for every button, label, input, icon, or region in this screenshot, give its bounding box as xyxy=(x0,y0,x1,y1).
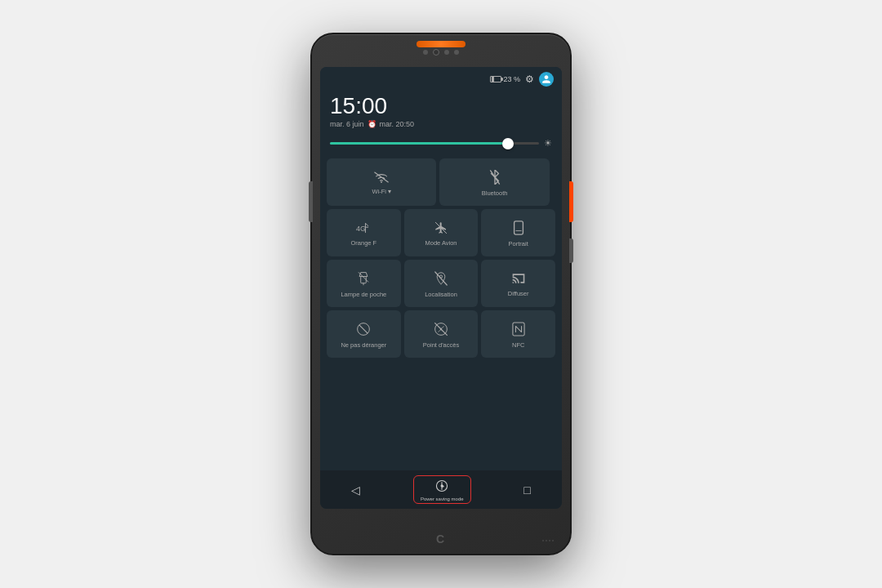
battery-icon xyxy=(490,76,501,82)
svg-line-10 xyxy=(435,272,447,285)
tile-wifi[interactable]: Wi-Fi ▾ xyxy=(327,158,436,206)
sensor-dot2 xyxy=(444,50,449,55)
brightness-slider[interactable] xyxy=(330,142,539,145)
svg-point-0 xyxy=(381,181,382,183)
sensor-dot xyxy=(423,50,428,55)
cast-label: Diffuser xyxy=(508,290,529,297)
sensor-dot3 xyxy=(454,50,459,55)
clock-area: 15:00 mar. 6 juin ⏰ mar. 20:50 xyxy=(320,90,562,135)
brightness-sun-icon: ☀ xyxy=(544,138,552,149)
brightness-row: ☀ xyxy=(320,135,562,155)
camera xyxy=(433,49,439,56)
tiles-row-3: Lampe de poche Localisation xyxy=(327,260,555,307)
hotspot-label: Point d'accès xyxy=(423,341,459,349)
svg-rect-4 xyxy=(514,220,523,234)
power-saving-tile[interactable]: Power saving mode xyxy=(413,475,471,504)
battery-indicator: 23 % xyxy=(490,75,520,83)
svg-text:4G: 4G xyxy=(356,225,366,233)
nfc-icon xyxy=(512,322,525,339)
alarm-icon: ⏰ xyxy=(368,120,376,128)
speaker-grille xyxy=(542,540,554,541)
status-bar: 23 % ⚙ xyxy=(320,67,562,90)
power-saving-label: Power saving mode xyxy=(421,497,464,501)
tile-hotspot[interactable]: Point d'accès xyxy=(404,310,479,358)
airplane-label: Mode Avion xyxy=(425,239,457,247)
side-button-left[interactable] xyxy=(309,181,313,222)
bluetooth-off-icon xyxy=(489,170,501,187)
flashlight-icon xyxy=(357,271,370,288)
back-button[interactable]: ◁ xyxy=(341,480,370,500)
bluetooth-label: Bluetooth xyxy=(482,189,508,197)
phone-screen: 23 % ⚙ 15:00 mar. 6 juin ⏰ mar. 20:50 xyxy=(320,67,562,509)
phone-device: 23 % ⚙ 15:00 mar. 6 juin ⏰ mar. 20:50 xyxy=(310,33,572,555)
side-button-right2[interactable] xyxy=(569,238,573,263)
clock-time: 15:00 xyxy=(330,95,552,118)
location-label: Localisation xyxy=(425,291,457,298)
nav-bar: ◁ Power saving mode □ xyxy=(320,470,562,509)
user-avatar[interactable] xyxy=(539,72,554,87)
battery-percent: 23 % xyxy=(503,75,520,83)
brightness-thumb xyxy=(502,138,514,149)
brightness-fill xyxy=(330,142,508,145)
flashlight-label: Lampe de poche xyxy=(341,291,386,298)
orange-label: Orange F xyxy=(350,239,376,247)
wifi-label: Wi-Fi ▾ xyxy=(372,188,391,195)
clock-date: mar. 6 juin ⏰ mar. 20:50 xyxy=(330,120,552,128)
tile-dnd[interactable]: Ne pas déranger xyxy=(327,310,401,358)
svg-point-18 xyxy=(441,485,443,488)
portrait-icon xyxy=(513,220,524,238)
quick-settings-grid: Wi-Fi ▾ Bluetooth xyxy=(320,155,562,470)
dnd-label: Ne pas déranger xyxy=(341,341,386,349)
tiles-row-4: Ne pas déranger Point d'accès xyxy=(327,310,555,358)
tile-nfc[interactable]: NFC xyxy=(481,310,555,358)
tile-bluetooth[interactable]: Bluetooth xyxy=(439,158,549,206)
nfc-label: NFC xyxy=(512,341,524,349)
brand-logo: C xyxy=(436,532,446,546)
dnd-icon xyxy=(356,322,371,339)
date-text: mar. 6 juin xyxy=(330,120,364,128)
power-saving-icon xyxy=(435,479,448,495)
tile-airplane[interactable]: Mode Avion xyxy=(404,209,479,256)
airplane-icon xyxy=(434,221,448,237)
tile-location[interactable]: Localisation xyxy=(404,260,479,307)
side-button-right[interactable] xyxy=(569,181,573,222)
wifi-off-icon xyxy=(374,172,389,185)
hotspot-icon xyxy=(434,322,448,339)
tile-portrait[interactable]: Portrait xyxy=(481,209,555,256)
top-sensors xyxy=(423,49,459,56)
recent-button[interactable]: □ xyxy=(514,480,540,500)
tile-cast[interactable]: Diffuser xyxy=(481,260,555,307)
svg-line-12 xyxy=(359,325,368,333)
location-off-icon xyxy=(434,271,448,288)
cast-icon xyxy=(511,272,526,287)
portrait-label: Portrait xyxy=(509,240,528,247)
phone-bottom: C xyxy=(436,532,446,546)
alarm-time: mar. 20:50 xyxy=(380,120,415,128)
tile-orange[interactable]: 4G Orange F xyxy=(327,209,401,256)
tiles-row-2: 4G Orange F Mode Avion xyxy=(327,209,555,256)
4g-icon: 4G xyxy=(356,221,371,237)
tile-flashlight[interactable]: Lampe de poche xyxy=(327,260,401,307)
tiles-row-1: Wi-Fi ▾ Bluetooth xyxy=(327,158,555,206)
settings-icon[interactable]: ⚙ xyxy=(525,74,534,85)
